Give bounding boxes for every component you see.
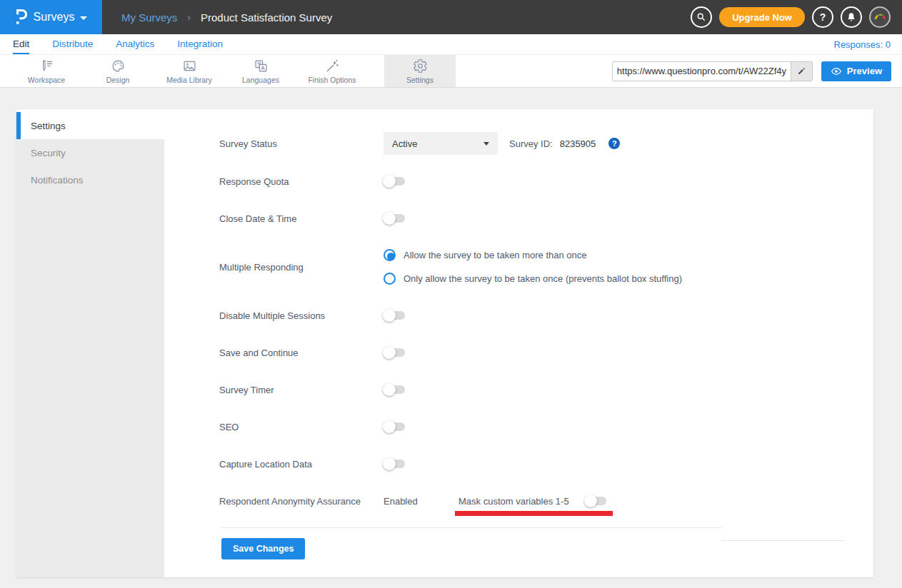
toggle-knob [383,175,396,188]
preview-button[interactable]: Preview [821,61,891,81]
survey-id-help-icon[interactable]: ? [608,138,620,149]
translate-icon [254,59,269,74]
survey-timer-toggle[interactable] [384,385,405,394]
survey-status-value: Active [392,138,417,149]
responses-count[interactable]: Responses: 0 [834,34,891,54]
multiple-responding-options: Allow the survey to be taken more than o… [384,243,682,290]
save-and-continue-label: Save and Continue [219,348,384,358]
breadcrumb: My Surveys › Product Satisfaction Survey [121,11,332,24]
toolbar-item-design[interactable]: Design [82,55,154,87]
row-disable-multiple-sessions: Disable Multiple Sessions [219,304,852,327]
highlight-underline [455,511,613,516]
eye-icon [831,66,842,77]
row-survey-timer: Survey Timer [219,378,852,401]
app: Surveys My Surveys › Product Satisfactio… [0,0,902,577]
multiple-responding-label: Multiple Responding [219,262,384,273]
bell-icon [846,11,857,23]
toolbar-right: Preview [612,55,902,87]
image-icon [182,59,197,74]
notifications-button[interactable] [841,6,862,28]
survey-status-label: Survey Status [219,138,384,149]
breadcrumb-current: Product Satisfaction Survey [201,11,332,24]
breadcrumb-my-surveys[interactable]: My Surveys [121,11,177,24]
row-close-date-time: Close Date & Time [219,207,852,230]
toolbar-item-settings[interactable]: Settings [384,55,456,87]
response-quota-toggle[interactable] [384,177,405,186]
edit-url-button[interactable] [791,62,812,81]
palette-icon [111,59,126,74]
help-button[interactable]: ? [812,6,833,28]
capture-location-data-toggle[interactable] [384,460,405,468]
seo-toggle[interactable] [384,422,405,431]
toolbar-item-finish-options[interactable]: Finish Options [296,55,368,87]
gear-icon [413,59,428,74]
survey-id-label: Survey ID: [509,138,553,149]
tab-edit[interactable]: Edit [13,34,29,54]
tab-integration[interactable]: Integration [177,34,223,54]
question-mark-icon: ? [820,11,826,23]
radio-option-once-only[interactable]: Only allow the survey to be taken once (… [384,267,682,290]
close-date-time-toggle[interactable] [384,214,405,223]
workspace-icon [39,59,54,74]
respondent-anonymity-label: Respondent Anonymity Assurance [219,496,384,507]
dropdown-caret-icon [483,142,489,146]
radio-selected-icon [384,249,396,261]
survey-url-input[interactable] [613,62,791,81]
row-response-quota: Response Quota [219,170,852,193]
toggle-knob [383,383,396,396]
breadcrumb-separator: › [187,11,191,23]
row-survey-status: Survey Status Active Survey ID: 8235905 … [219,132,852,155]
response-quota-label: Response Quota [219,176,384,187]
toolbar-item-languages[interactable]: Languages [225,55,296,87]
product-switcher[interactable]: Surveys [0,0,102,34]
disable-multiple-sessions-toggle[interactable] [384,311,405,320]
save-changes-button[interactable]: Save Changes [221,538,305,559]
row-respondent-anonymity: Respondent Anonymity Assurance Enabled M… [219,490,852,512]
search-icon [696,11,707,23]
seo-label: SEO [219,422,384,432]
mask-custom-variables-label: Mask custom variables 1-5 [458,496,569,507]
survey-url-box [612,61,813,81]
toggle-knob [383,212,396,225]
edit-toolbar: Workspace Design Media Library [0,55,902,88]
secondary-divider [721,540,844,541]
row-multiple-responding: Multiple Responding Allow the survey to … [219,243,682,290]
sidebar-item-settings[interactable]: Settings [16,112,164,139]
settings-sidebar: Settings Security Notifications [16,109,164,577]
tab-distribute[interactable]: Distribute [52,34,93,54]
survey-nav-tabs: Edit Distribute Analytics Integration Re… [0,34,902,55]
sidebar-rest: Security Notifications [16,139,164,577]
content-area: Settings Security Notifications Survey S… [0,88,902,577]
row-capture-location-data: Capture Location Data [219,452,852,475]
toggle-knob [383,420,396,433]
toolbar-item-media-library[interactable]: Media Library [154,55,225,87]
mask-custom-variables-toggle[interactable] [585,497,606,505]
toolbar-item-workspace[interactable]: Workspace [11,55,82,87]
avatar-image [872,9,888,25]
form-divider [221,527,721,528]
row-seo: SEO [219,415,852,438]
toggle-knob [383,457,396,470]
sidebar-item-security[interactable]: Security [16,139,164,166]
magic-wand-icon [325,59,340,74]
search-button[interactable] [691,6,712,28]
anonymity-status-text: Enabled [384,496,458,507]
user-avatar[interactable] [869,6,891,28]
toggle-knob [383,346,396,359]
tab-analytics[interactable]: Analytics [116,34,154,54]
header-actions: Upgrade Now ? [691,6,902,28]
survey-timer-label: Survey Timer [219,385,384,395]
upgrade-now-button[interactable]: Upgrade Now [719,7,805,27]
survey-id-value: 8235905 [560,138,596,149]
sidebar-item-notifications[interactable]: Notifications [16,166,164,193]
capture-location-data-label: Capture Location Data [219,459,384,470]
settings-card: Settings Security Notifications Survey S… [16,109,873,577]
pencil-icon [796,66,806,76]
toggle-knob [383,309,396,322]
save-and-continue-toggle[interactable] [384,348,405,357]
top-header: Surveys My Surveys › Product Satisfactio… [0,0,902,34]
survey-status-dropdown[interactable]: Active [384,132,498,155]
product-name: Surveys [34,11,75,24]
radio-option-multiple-allowed[interactable]: Allow the survey to be taken more than o… [384,243,682,267]
questionpro-logo-icon [15,7,28,28]
